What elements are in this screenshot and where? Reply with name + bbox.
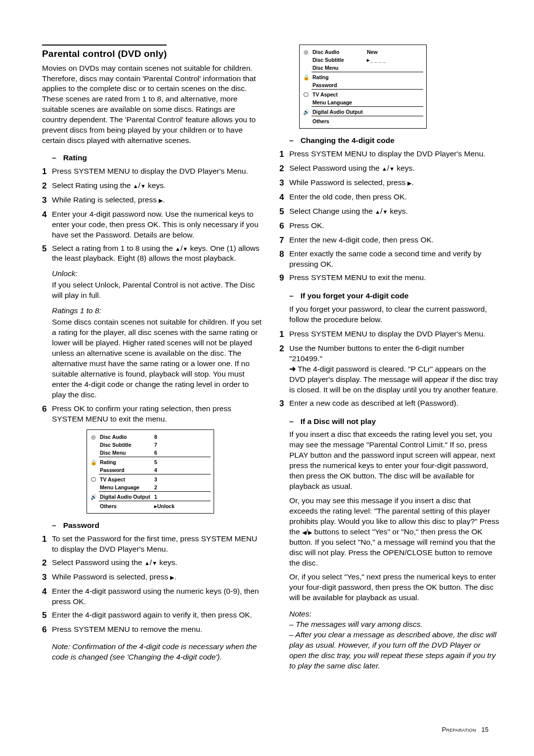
intro-para: Movies on DVDs may contain scenes not su… bbox=[42, 63, 262, 146]
forgot-intro: If you forget your password, to clear th… bbox=[289, 304, 499, 325]
ratings-body: Some discs contain scenes not suitable f… bbox=[52, 317, 262, 400]
forgot-heading: –If you forget your 4-digit code bbox=[289, 291, 499, 301]
section-title: Parental control (DVD only) bbox=[42, 45, 167, 60]
notes-n2: – After you clear a message as described… bbox=[289, 630, 499, 671]
tv-icon: 🖵 bbox=[87, 476, 100, 483]
unlock-label: Unlock: bbox=[52, 269, 262, 279]
speaker-icon: 🔊 bbox=[300, 108, 312, 115]
password-note: Note: Confirmation of the 4-digit code i… bbox=[52, 642, 262, 662]
rating-heading: –Rating bbox=[52, 153, 262, 163]
password-heading: –Password bbox=[52, 520, 262, 531]
noplay-p2: Or, you may see this message if you inse… bbox=[289, 496, 499, 568]
disc-icon: ◎ bbox=[87, 433, 100, 440]
ratings-label: Ratings 1 to 8: bbox=[52, 306, 262, 316]
page-footer: Preparation 15 bbox=[0, 725, 534, 734]
result-arrow-icon bbox=[289, 365, 296, 373]
notes-heading: Notes: bbox=[289, 609, 499, 619]
tv-icon: 🖵 bbox=[300, 91, 312, 98]
lock-icon: 🔒 bbox=[87, 459, 100, 466]
noplay-p3: Or, if you select "Yes," next press the … bbox=[289, 572, 499, 603]
disc-icon: ◎ bbox=[300, 48, 312, 55]
noplay-heading: –If a Disc will not play bbox=[289, 417, 499, 427]
changing-heading: –Changing the 4-digit code bbox=[289, 136, 499, 146]
notes-n1: – The messages will vary among discs. bbox=[289, 619, 499, 630]
osd-menu-rating: ◎Disc Audio8 Disc Subtitle7 Disc Menu6 🔒… bbox=[87, 429, 214, 514]
lock-icon: 🔒 bbox=[300, 74, 312, 81]
unlock-body: If you select Unlock, Parental Control i… bbox=[52, 280, 262, 301]
noplay-p1: If you insert a disc that exceeds the ra… bbox=[289, 429, 499, 492]
osd-menu-password: ◎Disc AudioNew Disc Subtitle▸_ _ _ _ Dis… bbox=[299, 45, 427, 129]
speaker-icon: 🔊 bbox=[87, 493, 100, 500]
